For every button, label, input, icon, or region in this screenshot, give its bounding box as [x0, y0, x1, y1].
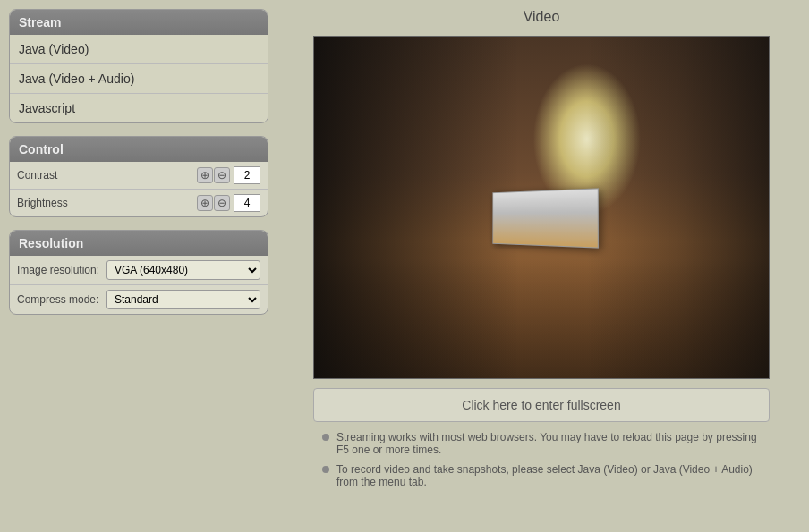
compress-mode-select[interactable]: Standard High Quality Low Bandwidth [106, 290, 260, 309]
video-frame [313, 36, 770, 379]
info-text-0: Streaming works with most web browsers. … [336, 431, 761, 456]
stream-item-java-video[interactable]: Java (Video) [10, 35, 268, 64]
brightness-buttons: ⊕ ⊖ [197, 195, 230, 211]
contrast-increase-button[interactable]: ⊕ [197, 167, 213, 183]
control-header: Control [10, 137, 268, 162]
left-panel: Stream Java (Video) Java (Video + Audio)… [9, 9, 268, 495]
bullet-icon-1 [322, 466, 329, 473]
brightness-decrease-button[interactable]: ⊖ [214, 195, 230, 211]
contrast-row: Contrast ⊕ ⊖ [10, 162, 268, 190]
stream-header: Stream [10, 10, 268, 35]
stream-box: Stream Java (Video) Java (Video + Audio)… [9, 9, 268, 123]
resolution-box: Resolution Image resolution: VGA (640x48… [9, 230, 268, 315]
stream-item-javascript[interactable]: Javascript [10, 94, 268, 122]
bullet-icon-0 [322, 434, 329, 441]
stream-item-java-video-audio[interactable]: Java (Video + Audio) [10, 64, 268, 94]
brightness-increase-button[interactable]: ⊕ [197, 195, 213, 211]
video-scene [314, 37, 769, 378]
brightness-value[interactable] [234, 194, 260, 212]
contrast-decrease-button[interactable]: ⊖ [214, 167, 230, 183]
info-item-1: To record video and take snapshots, plea… [322, 463, 761, 488]
info-text-1: To record video and take snapshots, plea… [336, 463, 761, 488]
brightness-row: Brightness ⊕ ⊖ [10, 190, 268, 216]
compress-mode-label: Compress mode: [17, 293, 106, 306]
contrast-buttons: ⊕ ⊖ [197, 167, 230, 183]
image-resolution-label: Image resolution: [17, 264, 106, 276]
right-panel: Video Click here to enter fullscreen Str… [283, 9, 800, 495]
image-resolution-select[interactable]: VGA (640x480) QVGA (320x240) QQVGA (160x… [106, 260, 260, 280]
brightness-label: Brightness [17, 197, 197, 209]
fullscreen-button[interactable]: Click here to enter fullscreen [313, 388, 770, 422]
video-title: Video [524, 9, 560, 25]
contrast-label: Contrast [17, 169, 197, 182]
image-resolution-row: Image resolution: VGA (640x480) QVGA (32… [10, 256, 268, 285]
control-box: Control Contrast ⊕ ⊖ Brightness ⊕ ⊖ [9, 136, 268, 217]
compress-mode-row: Compress mode: Standard High Quality Low… [10, 285, 268, 314]
contrast-value[interactable] [234, 166, 260, 184]
resolution-header: Resolution [10, 231, 268, 256]
info-section: Streaming works with most web browsers. … [313, 431, 770, 495]
info-item-0: Streaming works with most web browsers. … [322, 431, 761, 456]
